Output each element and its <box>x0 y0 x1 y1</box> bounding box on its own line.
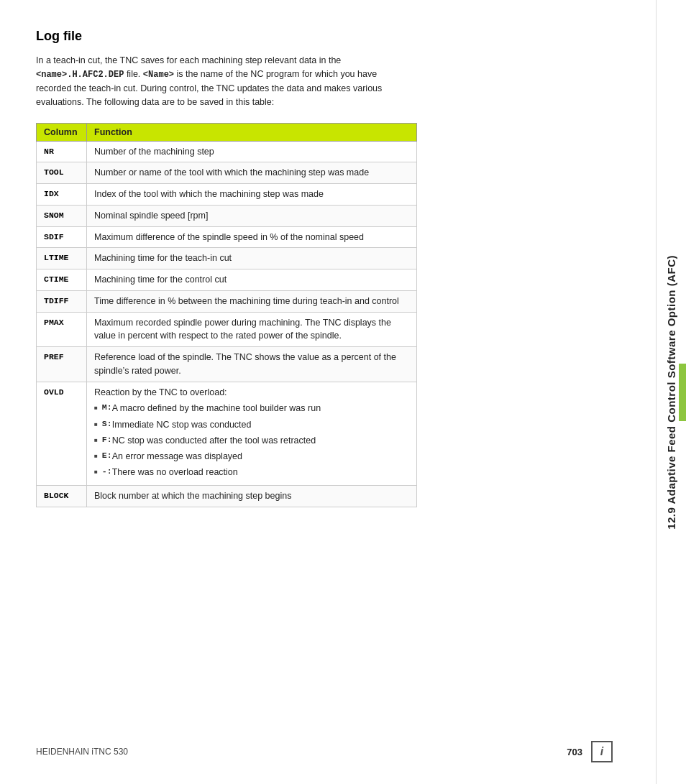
bullet-list: M: A macro defined by the machine tool b… <box>94 402 409 479</box>
row-column-description: Number or name of the tool with which th… <box>87 162 417 184</box>
row-column-name: TDIFF <box>37 290 87 312</box>
row-column-name: TOOL <box>37 162 87 184</box>
row-column-description: Maximum recorded spindle power during ma… <box>87 312 417 347</box>
row-column-description: Machining time for the teach-in cut <box>87 248 417 269</box>
row-column-name: SNOM <box>37 205 87 226</box>
page-title: Log file <box>36 29 620 44</box>
row-column-name: PMAX <box>37 312 87 347</box>
table-row: OVLDReaction by the TNC to overload:M: A… <box>37 382 417 485</box>
data-table: Column Function NRNumber of the machinin… <box>36 123 417 507</box>
row-column-name: IDX <box>37 184 87 206</box>
col-header-function: Function <box>87 123 417 141</box>
sidebar-accent-bar <box>679 364 686 421</box>
list-item: S: Immediate NC stop was conducted <box>94 418 409 431</box>
row-column-description: Time difference in % between the machini… <box>87 290 417 312</box>
table-row: TDIFFTime difference in % between the ma… <box>37 290 417 312</box>
info-icon: i <box>600 745 603 758</box>
row-column-name: SDIF <box>37 226 87 248</box>
row-column-name: LTIME <box>37 248 87 269</box>
row-column-description: Index of the tool with which the machini… <box>87 184 417 206</box>
row-column-description: Reference load of the spindle. The TNC s… <box>87 347 417 382</box>
page-number: 703 <box>567 747 582 757</box>
sidebar: 12.9 Adaptive Feed Control Software Opti… <box>656 0 686 784</box>
table-row: CTIMEMachining time for the control cut <box>37 269 417 291</box>
row-column-description: Machining time for the control cut <box>87 269 417 291</box>
table-row: TOOLNumber or name of the tool with whic… <box>37 162 417 184</box>
list-item: F: NC stop was conducted after the tool … <box>94 434 409 447</box>
footer-right: 703 i <box>567 741 613 762</box>
list-item: E: An error message was displayed <box>94 450 409 463</box>
sidebar-label: 12.9 Adaptive Feed Control Software Opti… <box>665 255 677 530</box>
filename-code: <name>.H.AFC2.DEP <box>36 70 124 80</box>
row-column-name: NR <box>37 141 87 162</box>
row-column-name: PREF <box>37 347 87 382</box>
list-item: -: There was no overload reaction <box>94 466 409 479</box>
table-row: IDXIndex of the tool with which the mach… <box>37 184 417 206</box>
table-row: BLOCKBlock number at which the machining… <box>37 486 417 507</box>
list-item: M: A macro defined by the machine tool b… <box>94 402 409 415</box>
table-row: LTIMEMachining time for the teach-in cut <box>37 248 417 269</box>
row-column-description: Block number at which the machining step… <box>87 486 417 507</box>
info-icon-box: i <box>591 741 613 762</box>
name-code: <Name> <box>143 70 174 80</box>
col-header-column: Column <box>37 123 87 141</box>
page-footer: HEIDENHAIN iTNC 530 703 i <box>36 741 613 762</box>
row-column-description: Reaction by the TNC to overload:M: A mac… <box>87 382 417 485</box>
page-container: Log file In a teach-in cut, the TNC save… <box>0 0 686 784</box>
row-column-name: BLOCK <box>37 486 87 507</box>
footer-brand: HEIDENHAIN iTNC 530 <box>36 747 128 757</box>
table-row: SNOMNominal spindle speed [rpm] <box>37 205 417 226</box>
table-row: NRNumber of the machining step <box>37 141 417 162</box>
intro-paragraph: In a teach-in cut, the TNC saves for eac… <box>36 54 395 110</box>
row-column-description: Maximum difference of the spindle speed … <box>87 226 417 248</box>
table-header-row: Column Function <box>37 123 417 141</box>
row-column-name: OVLD <box>37 382 87 485</box>
table-row: PMAXMaximum recorded spindle power durin… <box>37 312 417 347</box>
table-row: SDIFMaximum difference of the spindle sp… <box>37 226 417 248</box>
table-row: PREFReference load of the spindle. The T… <box>37 347 417 382</box>
row-column-description: Nominal spindle speed [rpm] <box>87 205 417 226</box>
row-column-description: Number of the machining step <box>87 141 417 162</box>
row-column-name: CTIME <box>37 269 87 291</box>
main-content: Log file In a teach-in cut, the TNC save… <box>0 0 656 784</box>
